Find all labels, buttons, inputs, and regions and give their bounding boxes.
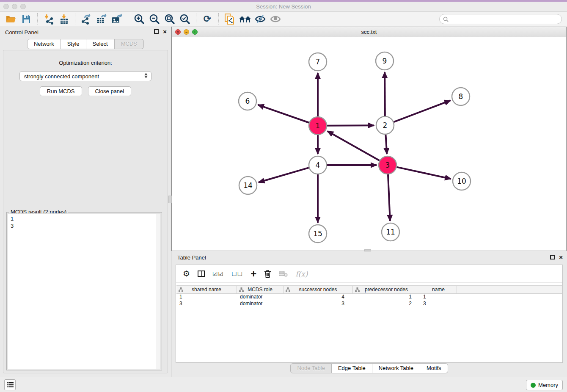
cell-successor-nodes[interactable]: 4 (284, 294, 353, 301)
graph-edge-1-6[interactable] (258, 105, 309, 123)
tab-select[interactable]: Select (86, 39, 115, 49)
zoom-fit-button[interactable] (162, 13, 177, 25)
network-canvas[interactable]: 7968124314101511 (172, 37, 566, 251)
add-row-icon[interactable]: + (250, 269, 256, 279)
cell-predecessor-nodes[interactable]: 2 (353, 301, 420, 307)
toolbar-separator (75, 13, 75, 25)
export-table-icon (96, 14, 107, 25)
save-session-button[interactable] (19, 13, 34, 25)
table-row[interactable]: 3 dominator 3 2 3 (176, 301, 562, 307)
zoom-out-button[interactable] (147, 13, 162, 25)
tab-style[interactable]: Style (61, 39, 86, 49)
first-neighbors-button[interactable] (237, 13, 253, 25)
graph-edge-2-9[interactable] (385, 72, 385, 116)
cell-name[interactable]: 1 (420, 294, 457, 301)
memory-button[interactable]: Memory (526, 380, 563, 390)
import-network-icon (43, 14, 54, 25)
cell-shared-name[interactable]: 1 (176, 294, 237, 301)
column-header-name[interactable]: name (420, 286, 457, 293)
tab-edge-table[interactable]: Edge Table (332, 363, 372, 373)
network-window-title: scc.txt (172, 27, 566, 37)
network-graph[interactable]: 7968124314101511 (172, 37, 566, 251)
graph-edge-2-8[interactable] (394, 100, 451, 122)
toolbar-separator (196, 13, 196, 25)
zoom-selected-icon (179, 14, 190, 25)
tab-network-table[interactable]: Network Table (372, 363, 420, 373)
table-row[interactable]: 1 dominator 4 1 1 (176, 294, 562, 301)
tab-mcds[interactable]: MCDS (115, 39, 144, 49)
apply-layout-button[interactable]: ⟳ (200, 13, 215, 25)
column-header-successor-nodes[interactable]: successor nodes (284, 286, 353, 293)
graph-node-label: 7 (316, 58, 320, 66)
tab-node-table[interactable]: Node Table (290, 363, 332, 373)
result-line: 1 (11, 215, 158, 222)
show-all-button[interactable] (268, 13, 283, 25)
cell-successor-nodes[interactable]: 3 (284, 301, 353, 307)
close-panel-icon[interactable]: × (559, 255, 563, 259)
toolbar-separator (218, 13, 219, 25)
float-panel-icon[interactable] (550, 255, 555, 259)
graph-edge-1-2[interactable] (327, 125, 374, 126)
hide-selected-button[interactable] (253, 13, 268, 25)
graph-edge-2-3[interactable] (385, 135, 387, 154)
window-resize-grip[interactable] (364, 249, 371, 251)
gear-icon[interactable]: ⚙ (183, 270, 190, 278)
network-view-window: x – + scc.txt 7968124314101511 (171, 27, 567, 251)
cell-mcds-role[interactable]: dominator (237, 294, 284, 301)
close-panel-button[interactable]: Close panel (88, 86, 132, 96)
graph-node-label: 15 (313, 229, 322, 238)
split-columns-icon[interactable] (198, 271, 205, 277)
main-toolbar: ⟳ (0, 12, 567, 26)
search-box[interactable] (439, 14, 562, 24)
criterion-value: strongly connected component (24, 73, 99, 80)
mcds-result-list[interactable]: 1 3 (8, 213, 161, 369)
close-panel-icon[interactable]: × (163, 29, 167, 34)
frame-maximize-icon[interactable]: + (192, 29, 198, 35)
network-window-titlebar[interactable]: x – + scc.txt (172, 27, 566, 37)
search-input[interactable] (451, 16, 558, 22)
frame-minimize-icon[interactable]: – (184, 29, 189, 35)
clone-network-button[interactable] (222, 13, 237, 25)
graph-edge-4-14[interactable] (259, 168, 309, 182)
cell-shared-name[interactable]: 3 (176, 301, 237, 307)
select-all-columns-icon[interactable]: ☑☑ (212, 271, 224, 277)
refresh-icon: ⟳ (204, 14, 211, 24)
column-header-shared-name[interactable]: shared name (176, 286, 237, 293)
zoom-selected-button[interactable] (177, 13, 193, 25)
float-panel-icon[interactable] (154, 29, 159, 34)
import-network-button[interactable] (41, 13, 56, 25)
open-file-button[interactable] (3, 13, 19, 25)
export-image-button[interactable] (109, 13, 124, 25)
export-network-button[interactable] (79, 13, 94, 25)
cell-name[interactable]: 3 (420, 301, 457, 307)
import-table-button[interactable] (56, 13, 72, 25)
cell-mcds-role[interactable]: dominator (237, 301, 284, 307)
graph-node-label: 10 (457, 177, 466, 185)
result-scrollbar[interactable] (156, 214, 160, 369)
trash-icon[interactable] (264, 270, 271, 278)
run-mcds-button[interactable]: Run MCDS (40, 86, 82, 96)
graph-edge-3-11[interactable] (388, 174, 390, 221)
unselect-all-columns-icon[interactable]: ☐☐ (231, 271, 243, 277)
control-panel: Control Panel × Network Style Select MCD… (0, 26, 171, 377)
graph-edge-3-1[interactable] (328, 131, 380, 160)
frame-close-icon[interactable]: x (175, 29, 181, 35)
control-panel-title: Control Panel (5, 29, 39, 36)
graph-node-label: 3 (385, 161, 390, 169)
panel-divider-handle[interactable] (168, 196, 172, 203)
tab-motifs[interactable]: Motifs (420, 363, 448, 373)
memory-label: Memory (538, 382, 558, 388)
task-history-button[interactable] (4, 379, 16, 390)
column-header-mcds-role[interactable]: MCDS role (237, 286, 284, 293)
column-header-predecessor-nodes[interactable]: predecessor nodes (353, 286, 420, 293)
graph-node-label: 6 (245, 97, 250, 105)
export-image-icon (111, 14, 123, 25)
toolbar-separator (37, 13, 38, 25)
tab-network[interactable]: Network (27, 39, 61, 49)
criterion-dropdown[interactable]: strongly connected component (19, 71, 151, 81)
graph-edge-3-10[interactable] (396, 167, 451, 179)
zoom-in-button[interactable] (132, 13, 147, 25)
attribute-icon (239, 287, 244, 292)
cell-predecessor-nodes[interactable]: 1 (353, 294, 420, 301)
export-table-button[interactable] (94, 13, 109, 25)
